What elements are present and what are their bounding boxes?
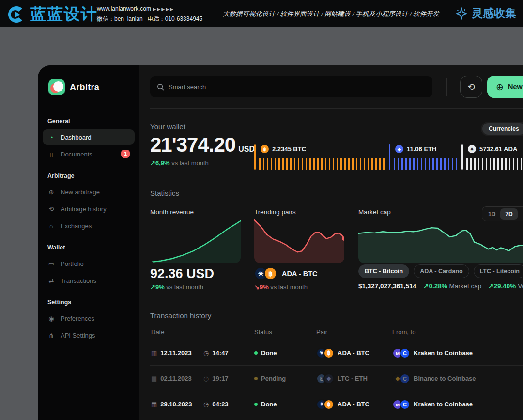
wallet-total-currency: USD <box>238 145 255 153</box>
calendar-icon: ▦ <box>151 349 157 357</box>
wallet-view-toggle: CurrenciesE <box>481 122 523 136</box>
phone: 电话：010-63334945 <box>148 16 202 22</box>
transaction-pair: ✳฿ADA - BTC <box>316 391 369 417</box>
document-icon: ▯ <box>47 151 55 158</box>
segment-label: ◆11.06 ETH <box>395 145 436 153</box>
sidebar-item-label: New arbitrage <box>61 188 100 196</box>
new-arbitrage-button[interactable]: ⊕ New a <box>487 76 523 98</box>
app-name: Arbitra <box>70 82 99 93</box>
transaction-route: ᴍCKraken to Coinbase <box>392 340 473 366</box>
transaction-status: Done <box>254 340 277 366</box>
coin-pill-ltc-litecoin[interactable]: LTC - Litecoin <box>474 264 523 278</box>
coinbase-coin-icon: C <box>400 399 410 410</box>
sidebar-item-label: Transactions <box>61 277 96 284</box>
month-revenue-value: 92.36 USD <box>150 266 214 281</box>
notification-badge: 1 <box>121 150 130 158</box>
transaction-status: Pending <box>254 366 286 391</box>
transaction-pair: ✳฿ADA - BTC <box>316 340 369 366</box>
history-button[interactable]: ⟲ <box>460 76 482 98</box>
column-header-date: Date <box>151 328 164 336</box>
sidebar-item-label: Dashboard <box>61 134 92 141</box>
sidebar-item-arbitrage-history[interactable]: ⟲Arbitrage history <box>43 201 135 217</box>
plus-circle-icon: ⊕ <box>496 81 504 93</box>
trending-pairs-chart <box>254 217 344 263</box>
clock-icon: ◷ <box>203 401 209 408</box>
sidebar-item-portfolio[interactable]: ▭Portfolio <box>43 256 135 271</box>
pair-coin-icons: ✳฿ <box>316 399 334 410</box>
sidebar-item-dashboard[interactable]: ◔Dashboard <box>43 129 135 145</box>
btc-coin-icon: ฿ <box>323 348 334 358</box>
coin-pill-btc-bitcoin[interactable]: BTC - Bitcoin <box>358 264 409 278</box>
eth-dark-coin-icon: ◆ <box>323 373 334 384</box>
sidebar-nav: General◔Dashboard▯Documents1Arbitrage⊕Ne… <box>43 107 135 344</box>
trending-pairs-trend: ↘9% vs last month <box>254 283 308 291</box>
sidebar-item-new-arbitrage[interactable]: ⊕New arbitrage <box>43 184 135 200</box>
transaction-row[interactable]: ▦12.11.2023◷14:47Done✳฿ADA - BTCᴍCKraken… <box>150 340 523 366</box>
segment-label: ฿2.2345 BTC <box>261 145 306 153</box>
cap-value: $1,327,027,361,514 <box>358 282 416 290</box>
ada-light-coin-icon: ✳ <box>468 145 476 153</box>
arrows-decoration: ▶▶▶▶▶ <box>153 7 174 12</box>
coinbase-coin-icon: C <box>400 348 410 358</box>
inspiration-collect[interactable]: 灵感收集 <box>455 6 516 21</box>
column-header-from-to: From, to <box>392 328 415 336</box>
column-header-status: Status <box>254 328 272 336</box>
sidebar-item-label: API Settings <box>61 332 95 339</box>
banner-contact: www.lanlanwork.com ▶▶▶▶▶ 微信：ben_lanlan 电… <box>97 4 202 24</box>
volume-trend: ↗29.40% Volume (24 <box>488 282 523 290</box>
wallet-total: 21'374.20USD <box>150 133 255 156</box>
wallet-view-currencies[interactable]: Currencies <box>482 123 523 135</box>
transaction-date: ▦12.11.2023 <box>151 340 192 366</box>
sidebar-item-label: Preferences <box>61 315 94 322</box>
transactions-table-header: DateStatusPairFrom, to <box>150 328 523 339</box>
wechat: 微信：ben_lanlan <box>97 16 143 22</box>
arbitra-app-window: Arbitra General◔Dashboard▯Documents1Arbi… <box>38 65 523 420</box>
search-icon <box>157 83 164 91</box>
transaction-time: ◷19:17 <box>203 366 229 391</box>
range-1d[interactable]: 1D <box>483 208 500 220</box>
transaction-pair: Ł◆LTC - ETH <box>316 366 368 391</box>
range-1m[interactable]: 1M <box>518 208 523 220</box>
range-7d[interactable]: 7D <box>500 208 517 220</box>
status-dot <box>254 403 258 406</box>
banner-services: 大数据可视化设计 / 软件界面设计 / 网站建设 / 手机及小程序设计 / 软件… <box>223 10 441 18</box>
transaction-row[interactable]: ▦29.10.2023◷04:23Done✳฿ADA - BTCᴍCKraken… <box>150 391 523 417</box>
transaction-row[interactable]: ▦02.11.2023◷19:17PendingŁ◆LTC - ETH◆CBin… <box>150 366 523 391</box>
btc-coin-icon: ฿ <box>264 267 277 280</box>
sidebar-item-label: Portfolio <box>61 260 84 267</box>
clock-icon: ◷ <box>203 375 209 382</box>
divider <box>150 303 523 303</box>
exchange-icons: ᴍC <box>392 348 410 358</box>
status-dot <box>254 377 258 380</box>
arrows-icon: ⇄ <box>47 277 55 284</box>
coin-pill-ada-cardano[interactable]: ADA - Cardano <box>414 264 469 278</box>
sidebar-section-settings: Settings <box>47 299 130 306</box>
sidebar-item-exchanges[interactable]: ⌂Exchanges <box>43 218 135 233</box>
sidebar-item-preferences[interactable]: ◉Preferences <box>43 311 135 326</box>
trend-up-arrow: ↗6,9% <box>150 159 170 167</box>
market-cap-label: Market cap <box>358 208 391 216</box>
sidebar-item-documents[interactable]: ▯Documents1 <box>43 146 135 162</box>
wallet-trend: ↗6,9% vs last month <box>150 159 209 167</box>
statistics-section-title: Statistics <box>150 189 179 197</box>
transaction-date: ▦02.11.2023 <box>151 366 192 391</box>
column-header-pair: Pair <box>316 328 327 336</box>
divider <box>150 108 523 109</box>
calendar-icon: ▦ <box>151 401 157 408</box>
segment-ticks <box>466 158 523 170</box>
brand-url: www.lanlanwork.com <box>97 5 151 12</box>
app-logo: Arbitra <box>48 79 99 95</box>
divider <box>150 180 523 180</box>
sidebar-item-transactions[interactable]: ⇄Transactions <box>43 273 135 288</box>
month-revenue-trend: ↗9% vs last month <box>150 283 203 291</box>
plus-circle-icon: ⊕ <box>47 188 55 196</box>
segment-marker <box>461 144 463 170</box>
sidebar-item-api-settings[interactable]: ⋔API Settings <box>43 327 135 343</box>
transaction-time: ◷14:47 <box>203 340 229 366</box>
header-divider <box>446 78 447 96</box>
status-dot <box>254 351 258 355</box>
search-input[interactable]: Smart search <box>150 76 432 97</box>
sidebar-section-arbitrage: Arbitrage <box>47 172 130 179</box>
month-revenue-label: Month revenue <box>150 208 194 216</box>
sidebar-item-label: Arbitrage history <box>61 205 107 213</box>
